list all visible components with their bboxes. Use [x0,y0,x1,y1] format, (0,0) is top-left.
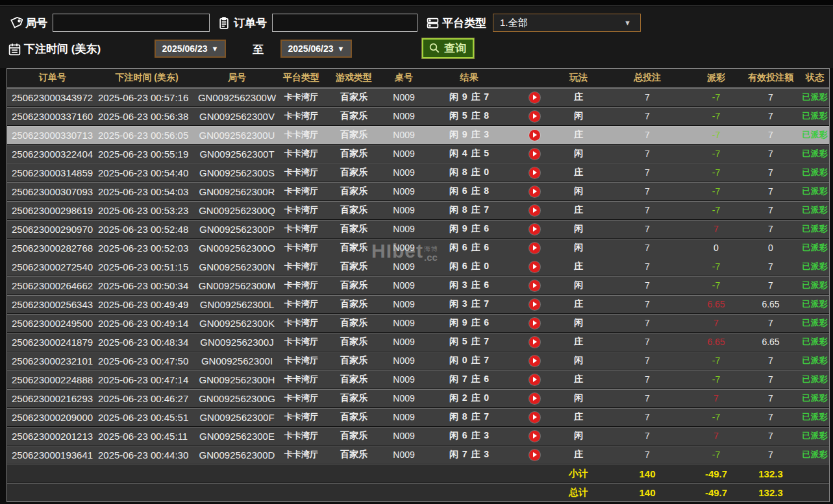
table-row[interactable]: 2506230003371602025-06-23 00:56:38GN0092… [7,106,829,125]
table-row[interactable]: 2506230002827682025-06-23 00:52:03GN0092… [7,238,829,257]
cell-time: 2025-06-23 00:49:14 [98,314,195,332]
cell-status: 已派彩 [801,352,829,370]
cell-order: 250623000307093 [7,182,98,200]
cell-side: 闲 [554,239,603,257]
cell-order: 250623000209000 [7,408,98,426]
clipboard-icon [217,16,231,30]
query-button[interactable]: 查询 [422,38,474,58]
replay-play-icon[interactable] [515,107,554,125]
cell-table_no: N009 [384,182,424,200]
cell-total_bet: 7 [603,370,691,389]
table-row[interactable]: 2506230001936412025-06-23 00:44:30GN0092… [7,445,829,464]
table-row[interactable]: 2506230002090002025-06-23 00:45:51GN0092… [7,407,829,426]
cell-game_type: 百家乐 [324,370,384,389]
cell-time: 2025-06-23 00:52:48 [98,220,195,238]
cell-status: 已派彩 [801,107,829,125]
table-row[interactable]: 2506230002162932025-06-23 00:46:27GN0092… [7,389,829,407]
cell-game_type: 百家乐 [324,258,384,276]
cell-time: 2025-06-23 00:49:49 [98,295,195,313]
order-no-label: 订单号 [234,16,267,30]
table-row[interactable]: 2506230002563432025-06-23 00:49:49GN0092… [7,294,829,313]
cell-payout: 6.65 [691,295,741,313]
table-row[interactable]: 2506230002248882025-06-23 00:47:14GN0092… [7,370,829,389]
header-payout: 派彩 [691,69,741,87]
cell-game_no: GN0092562300W [195,88,279,106]
replay-play-icon[interactable] [515,276,554,294]
grand-total-label: 总计 [554,483,603,501]
cell-valid_bet: 6.65 [741,333,801,351]
replay-play-icon[interactable] [515,446,554,464]
cell-result: 闲 9 庄 7 [424,88,515,106]
date-to-select[interactable]: 2025/06/23 ▼ [280,40,352,58]
table-row[interactable]: 2506230002646622025-06-23 00:50:34GN0092… [7,276,829,294]
replay-play-icon[interactable] [515,370,554,389]
date-from-select[interactable]: 2025/06/23 ▼ [155,40,226,58]
cell-valid_bet: 7 [741,201,801,219]
cell-table_no: N009 [384,314,424,332]
table-row[interactable]: 2506230002495002025-06-23 00:49:14GN0092… [7,313,829,332]
cell-game_type: 百家乐 [324,276,384,294]
cell-side: 庄 [554,88,603,106]
replay-play-icon[interactable] [515,201,554,219]
cell-game_type: 百家乐 [324,295,384,313]
subtotal-payout: -49.7 [691,464,741,483]
cell-game_no: GN0092562300K [195,314,279,332]
cell-total_bet: 7 [603,88,691,106]
table-row[interactable]: 2506230003070932025-06-23 00:54:03GN0092… [7,182,829,200]
cell-order: 250623000201213 [7,427,98,445]
cell-platform: 卡卡湾厅 [279,126,324,144]
cell-status: 已派彩 [801,276,829,294]
platform-select[interactable]: 1.全部 ▼ [493,14,641,32]
cell-game_type: 百家乐 [324,408,384,426]
order-no-input[interactable] [272,14,417,32]
table-row[interactable]: 2506230002909702025-06-23 00:52:48GN0092… [7,219,829,238]
replay-play-icon[interactable] [515,352,554,370]
cell-table_no: N009 [384,352,424,370]
table-header-row: 订单号 下注时间 (美东) 局号 平台类型 游戏类型 桌号 结果 玩法 总投注 … [7,69,829,88]
bet-time-filter: 下注时间 (美东) [7,39,101,58]
cell-total_bet: 7 [603,352,691,370]
cell-game_type: 百家乐 [324,220,384,238]
bet-records-table: 订单号 下注时间 (美东) 局号 平台类型 游戏类型 桌号 结果 玩法 总投注 … [6,68,830,502]
cell-side: 闲 [554,145,603,163]
replay-play-icon[interactable] [515,333,554,351]
cell-side: 庄 [554,258,603,276]
table-row[interactable]: 2506230002418792025-06-23 00:48:34GN0092… [7,332,829,351]
replay-play-icon[interactable] [515,126,554,144]
table-row[interactable]: 2506230002012132025-06-23 00:45:11GN0092… [7,426,829,445]
table-row-selected[interactable]: 2506230003307132025-06-23 00:56:05GN0092… [7,125,829,144]
table-row[interactable]: 2506230002321012025-06-23 00:47:50GN0092… [7,351,829,370]
cell-payout: -7 [691,370,741,389]
cell-game_type: 百家乐 [324,201,384,219]
replay-play-icon[interactable] [515,314,554,332]
replay-play-icon[interactable] [515,145,554,163]
replay-play-icon[interactable] [515,258,554,276]
cell-order: 250623000272540 [7,258,98,276]
table-row[interactable]: 2506230002725402025-06-23 00:51:15GN0092… [7,257,829,276]
cell-time: 2025-06-23 00:55:19 [98,145,195,163]
replay-play-icon[interactable] [515,182,554,200]
cell-time: 2025-06-23 00:46:27 [98,389,195,407]
table-row[interactable]: 2506230002986192025-06-23 00:53:23GN0092… [7,200,829,219]
replay-play-icon[interactable] [515,408,554,426]
cell-order: 250623000216293 [7,389,98,407]
replay-play-icon[interactable] [515,389,554,407]
table-row[interactable]: 2506230003439722025-06-23 00:57:16GN0092… [7,88,829,106]
date-to-separator: 至 [253,42,264,57]
table-row[interactable]: 2506230003148592025-06-23 00:54:40GN0092… [7,163,829,182]
cell-time: 2025-06-23 00:47:14 [98,370,195,389]
cell-platform: 卡卡湾厅 [279,163,324,182]
cell-result: 闲 3 庄 7 [424,295,515,313]
cell-side: 闲 [554,182,603,200]
header-table-no: 桌号 [384,69,424,87]
cell-result: 闲 2 庄 0 [424,389,515,407]
replay-play-icon[interactable] [515,295,554,313]
replay-play-icon[interactable] [515,163,554,182]
table-row[interactable]: 2506230003224042025-06-23 00:55:19GN0092… [7,144,829,163]
replay-play-icon[interactable] [515,427,554,445]
replay-play-icon[interactable] [515,88,554,106]
game-no-input[interactable] [53,14,210,32]
cell-table_no: N009 [384,88,424,106]
replay-play-icon[interactable] [515,220,554,238]
replay-play-icon[interactable] [515,239,554,257]
